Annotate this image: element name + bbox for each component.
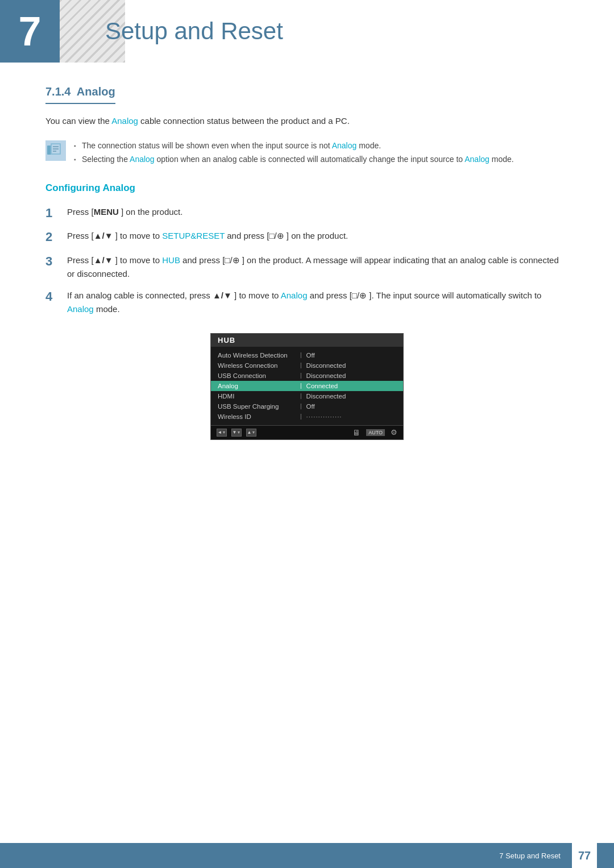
note-box: The connection status will be shown even… — [45, 139, 569, 167]
chapter-number: 7 — [18, 11, 41, 52]
hub-row-wireless-id: Wireless ID | ··············· — [211, 412, 403, 422]
hub-monitor-icon: 🖥 — [352, 428, 360, 437]
main-content: 7.1.4 Analog You can view the Analog cab… — [0, 85, 614, 497]
page-footer: 7 Setup and Reset 77 — [0, 843, 614, 868]
page-header: 7 Setup and Reset — [0, 0, 614, 63]
hub-footer-buttons: ◄▼ ▼▼ ▲▼ — [217, 429, 256, 437]
note-lines: The connection status will be shown even… — [73, 139, 569, 167]
hub-settings-icon: ⚙ — [391, 428, 397, 437]
note-icon — [45, 140, 66, 161]
note-line-2: Selecting the Analog option when an anal… — [73, 153, 569, 167]
intro-paragraph: You can view the Analog cable connection… — [45, 114, 569, 128]
step-2: 2 Press [▲/▼ ] to move to SETUP&RESET an… — [45, 229, 569, 246]
hub-footer: ◄▼ ▼▼ ▲▼ 🖥 AUTO ⚙ — [211, 425, 403, 439]
hub-btn-up: ▲▼ — [246, 429, 256, 437]
note-line-1: The connection status will be shown even… — [73, 139, 569, 153]
step-3: 3 Press [▲/▼ ] to move to HUB and press … — [45, 254, 569, 281]
hub-menu: Auto Wireless Detection | Off Wireless C… — [211, 347, 403, 425]
sub-section-title: Configuring Analog — [45, 182, 569, 194]
hub-row-usb-conn: USB Connection | Disconnected — [211, 371, 403, 381]
hub-row-hdmi: HDMI | Disconnected — [211, 391, 403, 401]
hub-row-analog: Analog | Connected — [211, 381, 403, 391]
page-number: 77 — [572, 843, 597, 868]
hub-row-wireless-conn: Wireless Connection | Disconnected — [211, 360, 403, 371]
chapter-number-box: 7 — [0, 0, 60, 63]
hub-btn-left: ◄▼ — [217, 429, 227, 437]
hub-btn-down: ▼▼ — [231, 429, 242, 437]
step-1: 1 Press [MENU ] on the product. — [45, 205, 569, 222]
pencil-icon — [47, 143, 64, 158]
section-title: 7.1.4 Analog — [45, 85, 115, 104]
hub-screenshot: HUB Auto Wireless Detection | Off Wirele… — [210, 333, 404, 440]
footer-text: 7 Setup and Reset — [499, 852, 561, 860]
hub-title: HUB — [211, 334, 403, 347]
hub-row-usb-super: USB Super Charging | Off — [211, 401, 403, 412]
step-4: 4 If an analog cable is connected, press… — [45, 289, 569, 316]
steps-list: 1 Press [MENU ] on the product. 2 Press … — [45, 205, 569, 316]
intro-highlight-analog: Analog — [110, 116, 138, 126]
hub-footer-right: 🖥 AUTO ⚙ — [352, 428, 397, 437]
hub-auto-badge: AUTO — [366, 429, 385, 436]
chapter-title: Setup and Reset — [105, 18, 283, 45]
hub-row-auto-wireless: Auto Wireless Detection | Off — [211, 350, 403, 360]
